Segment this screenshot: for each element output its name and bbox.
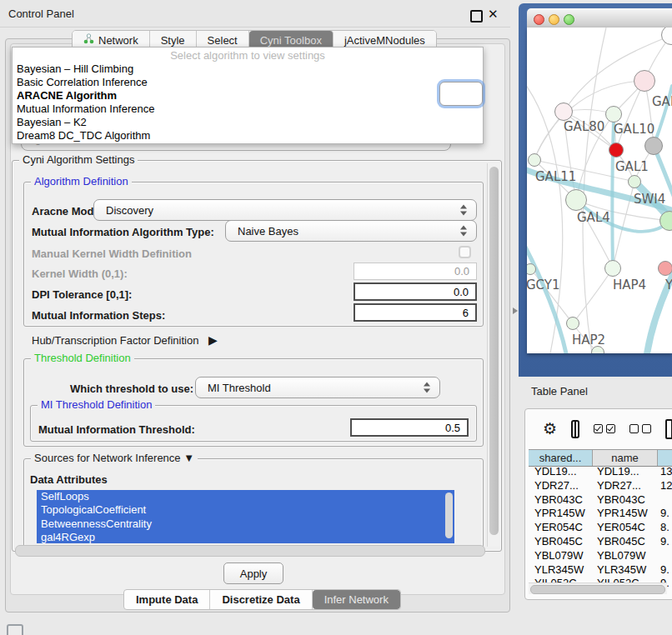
manual-kernel-checkbox[interactable]	[459, 246, 471, 258]
settings-scrollbar-thumb[interactable]	[489, 167, 499, 535]
tab-label: jActiveMNodules	[344, 34, 425, 47]
collapsed-arrow-icon[interactable]: ▶	[208, 333, 218, 347]
table-cell[interactable]: 9.	[658, 507, 672, 521]
floating-window-icon[interactable]	[7, 624, 23, 635]
table-cell[interactable]: 9.	[658, 563, 672, 578]
table-row[interactable]: YPR145WYPR145W9.	[529, 507, 672, 521]
tab-discretize-data[interactable]: Discretize Data	[210, 590, 312, 609]
stepper-icon	[424, 382, 431, 393]
table-cell[interactable]: YBR043C	[529, 493, 593, 508]
mi-threshold-field[interactable]: 0.5	[350, 418, 469, 437]
network-node-gal4[interactable]	[565, 189, 587, 211]
mi-steps-field[interactable]: 6	[354, 303, 477, 322]
apply-button[interactable]: Apply	[223, 562, 283, 584]
mi-type-combobox[interactable]: Naive Bayes	[225, 220, 477, 242]
table-cell[interactable]: 13	[658, 465, 672, 479]
table-cell[interactable]: YDR27...	[529, 479, 593, 493]
network-node-gal1[interactable]	[609, 142, 624, 158]
table-cell[interactable]: YBR043C	[593, 493, 658, 508]
aracne-mode-combobox[interactable]: Discovery	[93, 199, 477, 221]
table-cell[interactable]: YDL19...	[529, 465, 593, 479]
table-cell[interactable]: 8.	[658, 521, 672, 535]
new-table-icon[interactable]	[665, 419, 672, 439]
attributes-scrollbar-thumb[interactable]	[445, 492, 453, 538]
network-node-hap4[interactable]	[604, 260, 621, 277]
table-row[interactable]: YER054CYER054C8.	[529, 521, 672, 535]
algorithm-definition-legend: Algorithm Definition	[31, 175, 132, 188]
table-cell[interactable]: YDL19...	[593, 465, 658, 479]
table-cell[interactable]: YLR345W	[529, 563, 593, 578]
algorithm-option-mutual-information-inference[interactable]: Mutual Information Inference	[13, 102, 483, 116]
algorithm-option-bayesian-k2[interactable]: Bayesian – K2	[13, 116, 483, 129]
tab-infer-network[interactable]: Infer Network	[313, 590, 400, 609]
table-cell[interactable]: YBL079W	[593, 549, 658, 563]
table-row[interactable]: YDL19...YDL19...13	[529, 465, 672, 479]
settings-scrollbar-track[interactable]	[487, 163, 500, 547]
close-panel-icon[interactable]: ✕	[488, 7, 499, 22]
network-node-gal11[interactable]	[528, 153, 541, 167]
table-cell[interactable]: YBR045C	[529, 535, 593, 549]
network-window-titlebar[interactable]	[527, 8, 672, 28]
network-canvas[interactable]: GALGAL80GAL10GAL1GAL11SWI4GAL4HAP4YGCY1H…	[527, 28, 672, 353]
cursor-arrow-icon	[513, 308, 518, 314]
table-cell[interactable]: YPR145W	[593, 507, 658, 521]
attribute-item-betweennesscentrality[interactable]: BetweennessCentrality	[37, 518, 454, 531]
network-node[interactable]	[644, 137, 663, 155]
table-cell[interactable]: 12	[658, 479, 672, 493]
split-columns-icon[interactable]	[571, 420, 579, 438]
table-cell[interactable]: YBL079W	[529, 549, 593, 563]
table-row[interactable]: YDR27...YDR27...12	[529, 479, 672, 493]
network-node-gal80[interactable]	[554, 102, 573, 121]
hide-columns-icon[interactable]	[629, 424, 651, 433]
column-header-a[interactable]: A	[658, 450, 672, 466]
minimize-window-icon[interactable]	[549, 14, 559, 25]
table-hscrollbar-track[interactable]	[529, 582, 667, 594]
kernel-width-field[interactable]: 0.0	[354, 262, 477, 280]
gear-icon[interactable]: ⚙	[543, 421, 557, 437]
network-node-y[interactable]	[658, 261, 672, 276]
column-header-shared[interactable]: shared...	[529, 450, 593, 466]
expanded-arrow-icon[interactable]: ▼	[183, 452, 194, 464]
network-node-gal[interactable]	[634, 70, 655, 92]
focused-combobox-fragment[interactable]	[439, 82, 483, 106]
algorithm-option-dream8-dc-tdc-algorithm[interactable]: Dream8 DC_TDC Algorithm	[13, 129, 483, 142]
algorithm-option-aracne-algorithm[interactable]: ARACNE Algorithm	[13, 89, 483, 102]
network-node-hap2[interactable]	[566, 317, 579, 330]
algorithm-dropdown-placeholder: Select algorithm to view settings	[13, 48, 483, 62]
which-threshold-combobox[interactable]: MI Threshold	[195, 377, 440, 398]
network-node-gal10[interactable]	[605, 106, 622, 122]
table-row[interactable]: YLR345WYLR345W9.	[529, 563, 672, 578]
column-header-name[interactable]: name	[593, 450, 658, 466]
algorithm-option-bayesian-hill-climbing[interactable]: Bayesian – Hill Climbing	[13, 62, 483, 76]
hub-section-header[interactable]: Hub/Transcription Factor Definition ▶	[32, 333, 218, 347]
close-window-icon[interactable]	[534, 14, 544, 25]
table-cell[interactable]: YER054C	[529, 521, 593, 535]
tab-impute-data[interactable]: Impute Data	[124, 590, 210, 609]
table-cell[interactable]: YPR145W	[529, 507, 593, 521]
data-attributes-list[interactable]: SelfLoopsTopologicalCoefficientBetweenne…	[37, 490, 454, 543]
attribute-item-gal4rgexp[interactable]: gal4RGexp	[37, 531, 454, 543]
float-panel-icon[interactable]	[470, 10, 483, 22]
table-row[interactable]: YBR043CYBR043C	[529, 493, 672, 508]
show-columns-icon[interactable]	[594, 424, 615, 433]
dpi-tolerance-field[interactable]: 0.0	[354, 282, 477, 301]
bottom-tabs: Impute DataDiscretize DataInfer Network	[123, 589, 401, 610]
network-node-swi4[interactable]	[628, 175, 641, 188]
table-cell[interactable]: YER054C	[593, 521, 658, 535]
network-node[interactable]	[591, 346, 604, 353]
table-cell[interactable]	[658, 549, 672, 563]
attribute-item-topologicalcoefficient[interactable]: TopologicalCoefficient	[37, 503, 454, 517]
zoom-window-icon[interactable]	[564, 14, 574, 25]
table-cell[interactable]: YLR345W	[593, 563, 658, 578]
table-row[interactable]: YBL079WYBL079W	[529, 549, 672, 563]
settings-hscrollbar-thumb[interactable]	[15, 545, 485, 557]
table-cell[interactable]: YDR27...	[593, 479, 658, 493]
table-cell[interactable]: 9.	[658, 535, 672, 549]
manual-kernel-label: Manual Kernel Width Definition	[32, 248, 192, 260]
table-cell[interactable]	[658, 493, 672, 508]
table-hscrollbar-thumb[interactable]	[530, 585, 665, 594]
attribute-item-selfloops[interactable]: SelfLoops	[37, 490, 454, 503]
table-cell[interactable]: YBR045C	[593, 535, 658, 549]
algorithm-option-basic-correlation-inference[interactable]: Basic Correlation Inference	[13, 76, 483, 89]
table-row[interactable]: YBR045CYBR045C9.	[529, 535, 672, 549]
